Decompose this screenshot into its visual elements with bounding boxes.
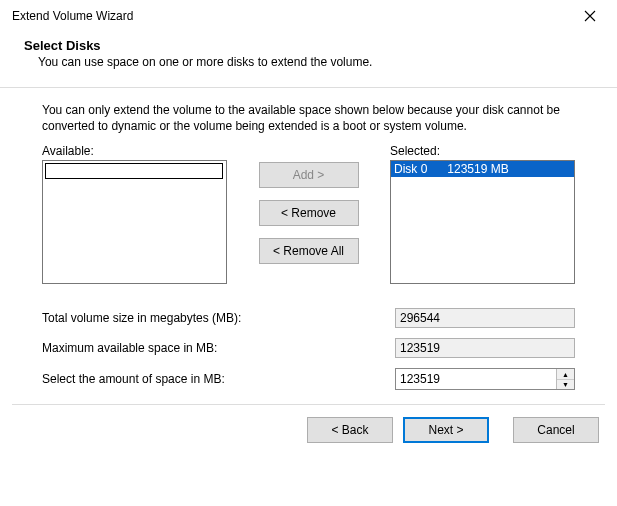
remove-button[interactable]: < Remove (259, 200, 359, 226)
chevron-down-icon: ▼ (562, 381, 569, 388)
max-space-label: Maximum available space in MB: (42, 341, 395, 355)
disk-lists-row: Available: Add > < Remove < Remove All S… (42, 144, 575, 284)
info-text: You can only extend the volume to the av… (42, 102, 575, 134)
wizard-header: Select Disks You can use space on one or… (0, 30, 617, 81)
titlebar: Extend Volume Wizard (0, 0, 617, 30)
available-label: Available: (42, 144, 227, 158)
back-button[interactable]: < Back (307, 417, 393, 443)
close-button[interactable] (575, 5, 605, 27)
spin-up-button[interactable]: ▲ (557, 369, 574, 380)
amount-row: Select the amount of space in MB: ▲ ▼ (42, 368, 575, 390)
total-size-row: Total volume size in megabytes (MB): 296… (42, 308, 575, 328)
page-title: Select Disks (24, 38, 593, 53)
available-focus-rect (45, 163, 223, 179)
amount-spinner: ▲ ▼ (395, 368, 575, 390)
total-size-value: 296544 (395, 308, 575, 328)
total-size-label: Total volume size in megabytes (MB): (42, 311, 395, 325)
spinner-buttons: ▲ ▼ (556, 369, 574, 389)
next-button[interactable]: Next > (403, 417, 489, 443)
remove-all-button[interactable]: < Remove All (259, 238, 359, 264)
max-space-value: 123519 (395, 338, 575, 358)
selected-label: Selected: (390, 144, 575, 158)
available-listbox[interactable] (42, 160, 227, 284)
max-space-row: Maximum available space in MB: 123519 (42, 338, 575, 358)
selected-listbox[interactable]: Disk 0 123519 MB (390, 160, 575, 284)
available-column: Available: (42, 144, 227, 284)
spin-down-button[interactable]: ▼ (557, 380, 574, 390)
add-button[interactable]: Add > (259, 162, 359, 188)
amount-input[interactable] (396, 369, 556, 389)
amount-label: Select the amount of space in MB: (42, 372, 395, 386)
close-icon (584, 10, 596, 22)
page-subtitle: You can use space on one or more disks t… (24, 53, 593, 69)
cancel-button[interactable]: Cancel (513, 417, 599, 443)
wizard-footer: < Back Next > Cancel (0, 405, 617, 455)
selected-disk-item[interactable]: Disk 0 123519 MB (391, 161, 574, 177)
transfer-buttons-column: Add > < Remove < Remove All (227, 144, 390, 264)
selected-column: Selected: Disk 0 123519 MB (390, 144, 575, 284)
size-fields: Total volume size in megabytes (MB): 296… (42, 308, 575, 390)
window-title: Extend Volume Wizard (12, 9, 133, 23)
content-area: You can only extend the volume to the av… (0, 88, 617, 390)
chevron-up-icon: ▲ (562, 371, 569, 378)
